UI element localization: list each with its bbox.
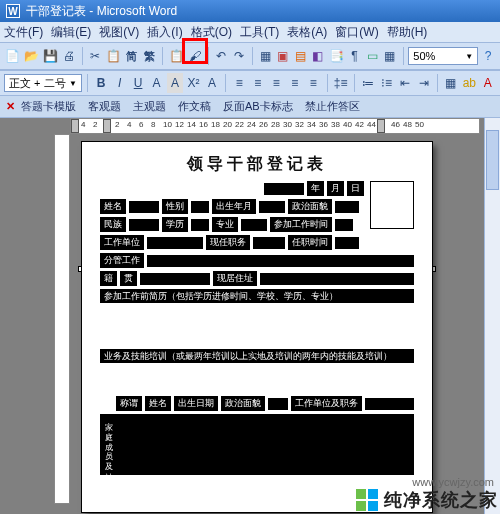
menu-table[interactable]: 表格(A)	[287, 24, 327, 41]
doc-map-icon[interactable]: 📑	[328, 46, 345, 66]
numbered-list-icon[interactable]: ≔	[360, 73, 377, 93]
save-icon[interactable]: 💾	[42, 46, 59, 66]
page[interactable]: 领导干部登记表 年 月 日 姓名 性别 出生年月 政治面貌 民族	[82, 142, 432, 512]
borders-icon[interactable]: ▦	[443, 73, 460, 93]
section-header-2: 业务及技能培训（或最两年培训以上实地及培训的两年内的技能及培训）	[100, 349, 414, 363]
tab-essay[interactable]: 作文稿	[172, 99, 217, 114]
help-icon[interactable]: ?	[480, 46, 496, 66]
style-selector[interactable]: 正文 + 二号 ▼	[4, 74, 82, 92]
chart-icon[interactable]: ◧	[310, 46, 326, 66]
tab-forbidden[interactable]: 禁止作答区	[299, 99, 366, 114]
standard-toolbar: 📄 📂 💾 🖨 ✂ 📋 简 繁 📋 🖌 ↶ ↷ ▦ ▣ ▤ ◧ 📑 ¶ ▭ ▦ …	[0, 42, 500, 70]
table-insert-icon[interactable]: ▦	[257, 46, 273, 66]
font-effects-icon[interactable]: A	[204, 73, 221, 93]
title-bar: W 干部登记表 - Microsoft Word	[0, 0, 500, 22]
align-right-icon[interactable]: ≡	[268, 73, 285, 93]
menu-window[interactable]: 窗口(W)	[335, 24, 378, 41]
menu-bar: 文件(F) 编辑(E) 视图(V) 插入(I) 格式(O) 工具(T) 表格(A…	[0, 22, 500, 42]
italic-icon[interactable]: I	[111, 73, 128, 93]
bullet-list-icon[interactable]: ⁝≡	[378, 73, 395, 93]
tab-abmark[interactable]: 反面AB卡标志	[217, 99, 299, 114]
document-area: 4 2 2 4 6 8 10 12 14 16 18 20 22 24 26 2…	[0, 118, 500, 514]
menu-file[interactable]: 文件(F)	[4, 24, 43, 41]
show-marks-icon[interactable]: ¶	[347, 46, 363, 66]
align-justify-icon[interactable]: ≡	[287, 73, 304, 93]
cn-simp-icon[interactable]: 简	[124, 46, 140, 66]
watermark-logo-icon	[356, 489, 378, 511]
cut-icon[interactable]: ✂	[87, 46, 103, 66]
char-shading-icon[interactable]: A	[167, 73, 184, 93]
redo-icon[interactable]: ↷	[231, 46, 247, 66]
print-icon[interactable]: 🖨	[61, 46, 77, 66]
zoom-selector[interactable]: 50% ▼	[408, 47, 478, 65]
scrollbar-thumb[interactable]	[486, 130, 499, 190]
drawing-icon[interactable]: ▤	[292, 46, 308, 66]
tab-subjective[interactable]: 主观题	[127, 99, 172, 114]
tab-close-icon[interactable]: ✕	[6, 100, 15, 113]
new-doc-icon[interactable]: 📄	[4, 46, 21, 66]
underline-icon[interactable]: U	[130, 73, 147, 93]
tab-template[interactable]: 答题卡模版	[15, 99, 82, 114]
window-title: 干部登记表 - Microsoft Word	[26, 3, 177, 20]
watermark-text: 纯净系统之家	[384, 488, 498, 512]
dropdown-icon: ▼	[69, 79, 77, 88]
copy-icon[interactable]: 📋	[105, 46, 122, 66]
undo-icon[interactable]: ↶	[213, 46, 229, 66]
section-header-1: 参加工作前简历（包括学历进修时间、学校、学历、专业）	[100, 289, 414, 303]
menu-tools[interactable]: 工具(T)	[240, 24, 279, 41]
menu-view[interactable]: 视图(V)	[99, 24, 139, 41]
highlight-box	[182, 38, 208, 64]
align-left-icon[interactable]: ≡	[231, 73, 248, 93]
doc-title: 领导干部登记表	[100, 154, 414, 175]
tab-objective[interactable]: 客观题	[82, 99, 127, 114]
bold-icon[interactable]: B	[93, 73, 110, 93]
distribute-icon[interactable]: ≡	[305, 73, 322, 93]
zoom-value: 50%	[413, 50, 435, 62]
line-spacing-icon[interactable]: ‡≡	[332, 73, 349, 93]
vertical-ruler[interactable]	[54, 134, 70, 504]
menu-edit[interactable]: 编辑(E)	[51, 24, 91, 41]
template-tabs: ✕ 答题卡模版 客观题 主观题 作文稿 反面AB卡标志 禁止作答区	[0, 96, 500, 118]
open-icon[interactable]: 📂	[23, 46, 40, 66]
gridlines-icon[interactable]: ▦	[382, 46, 398, 66]
menu-help[interactable]: 帮助(H)	[387, 24, 428, 41]
family-table: 家 庭 成 员 及 社	[100, 414, 414, 475]
indent-inc-icon[interactable]: ⇥	[415, 73, 432, 93]
cn-trad-icon[interactable]: 繁	[142, 46, 158, 66]
watermark-url: www.ycwjzy.com	[412, 476, 494, 488]
vertical-scrollbar[interactable]	[484, 118, 500, 514]
style-value: 正文 + 二号	[9, 76, 66, 91]
font-border-icon[interactable]: A	[148, 73, 165, 93]
page-content: 领导干部登记表 年 月 日 姓名 性别 出生年月 政治面貌 民族	[100, 154, 414, 475]
formatting-toolbar: 正文 + 二号 ▼ B I U A A X² A ≡ ≡ ≡ ≡ ≡ ‡≡ ≔ …	[0, 70, 500, 96]
highlight-color-icon[interactable]: ab	[461, 73, 478, 93]
align-center-icon[interactable]: ≡	[250, 73, 267, 93]
ruler-icon[interactable]: ▭	[364, 46, 380, 66]
indent-dec-icon[interactable]: ⇤	[397, 73, 414, 93]
strike-icon[interactable]: X²	[185, 73, 202, 93]
font-color-icon[interactable]: A	[480, 73, 497, 93]
dropdown-icon: ▼	[465, 52, 473, 61]
app-icon: W	[6, 4, 20, 18]
menu-insert[interactable]: 插入(I)	[147, 24, 182, 41]
watermark: 纯净系统之家	[356, 488, 498, 512]
columns-icon[interactable]: ▣	[275, 46, 291, 66]
horizontal-ruler[interactable]: 4 2 2 4 6 8 10 12 14 16 18 20 22 24 26 2…	[70, 118, 480, 134]
